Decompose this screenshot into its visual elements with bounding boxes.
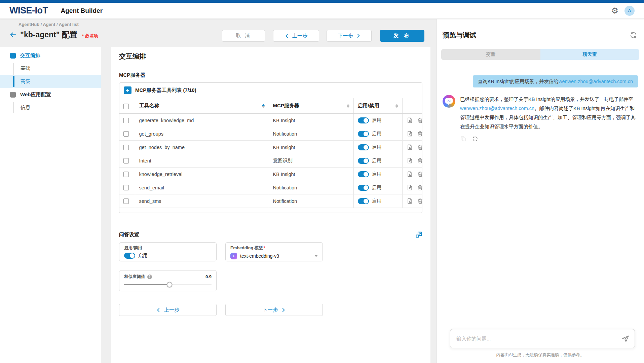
column-header-mcp-server: MCP服务器 [273,103,299,109]
tool-name-cell: knowledge_retrieval [135,168,269,181]
toggle-label: 启用 [372,198,382,204]
sidebar-item-basic[interactable]: 基础 [0,62,101,75]
sidebar-subgroup: 基础 高级 [0,62,101,88]
table-row: send_email Notification 启用 [119,181,422,194]
assistant-text-part: 已经根据您的要求，整理了关于KB Insight的应用场景，并发送了一封电子邮件… [460,97,634,102]
back-arrow-icon[interactable] [9,31,17,39]
preview-doc-icon[interactable] [407,131,413,137]
delete-icon[interactable] [417,157,423,164]
similarity-threshold-value: 0.9 [205,274,212,279]
preview-tabs: 变量 聊天室 [441,49,639,60]
email-link[interactable]: wenwen.zhou@advantech.com.cn [559,79,633,84]
row-checkbox[interactable] [123,118,129,123]
chat-input[interactable] [450,329,635,348]
mcp-server-cell: KB Insight [269,114,353,127]
help-icon[interactable]: ? [147,275,152,279]
mcp-server-cell: Notification [269,181,353,194]
preview-doc-icon[interactable] [407,144,413,150]
next-step-label: 下一步 [338,33,353,39]
left-region: AgentHub / Agent / Agent list "kb-agent"… [0,19,436,363]
prev-step-label: 上一步 [164,307,179,313]
chevron-down-icon[interactable] [314,255,318,257]
select-all-checkbox[interactable] [123,104,129,109]
qa-enable-label: 启用/禁用 [124,245,212,251]
expand-window-icon[interactable] [415,231,422,238]
copy-icon[interactable] [460,136,466,142]
enable-toggle[interactable] [358,171,369,177]
row-checkbox[interactable] [123,158,129,164]
chat-input-container [450,329,635,348]
app-header: WISE-IoT Agent Builder ⚙ A [0,3,644,19]
preview-doc-icon[interactable] [407,184,413,191]
main-panel: 交互编排 MCP服务器 + MCP服务器工具列表 (7/10) 工具名称 MCP… [111,47,430,363]
add-tool-button[interactable]: + [124,86,131,94]
toggle-label: 启用 [372,171,382,177]
prev-step-label: 上一步 [292,33,307,39]
delete-icon[interactable] [417,131,423,137]
table-row: generate_knowledge_md KB Insight 启用 [119,114,422,127]
sidebar-item-interaction-orchestration[interactable]: 交互编排 [0,49,101,62]
send-icon[interactable] [621,335,630,343]
similarity-slider[interactable] [124,284,212,285]
required-asterisk: * [264,246,265,250]
next-step-button[interactable]: 下一步 [327,30,372,42]
preview-doc-icon[interactable] [407,157,413,164]
row-checkbox[interactable] [123,145,129,150]
prev-step-button-bottom[interactable]: 上一步 [119,304,217,316]
row-checkbox[interactable] [123,131,129,137]
qa-enable-card: 启用/禁用 启用 [119,242,217,261]
cancel-button[interactable]: 取 消 [222,30,265,42]
mcp-server-label: MCP服务器 [119,72,422,78]
preview-doc-icon[interactable] [407,171,413,177]
row-checkbox[interactable] [123,172,129,177]
next-step-label: 下一步 [263,307,278,313]
refresh-icon[interactable] [630,31,637,39]
embedding-model-select[interactable]: Embedding 模型* ✦ text-embedding-v3 [225,242,323,261]
delete-icon[interactable] [417,198,423,204]
tab-variables[interactable]: 变量 [441,49,540,60]
enable-toggle[interactable] [358,158,369,164]
enable-toggle[interactable] [358,185,369,191]
avatar[interactable]: A [624,6,635,16]
delete-icon[interactable] [417,117,423,123]
sidebar-item-web-app-config[interactable]: Web应用配置 [0,88,101,101]
similarity-threshold-label: 相似度阈值 [124,274,145,280]
tab-chatroom[interactable]: 聊天室 [540,49,640,60]
preview-doc-icon[interactable] [407,198,413,204]
gear-icon[interactable]: ⚙ [611,7,618,15]
page: WISE-IoT Agent Builder ⚙ A AgentHub / Ag… [0,0,644,363]
mcp-server-cell: Notification [269,127,353,141]
delete-icon[interactable] [417,144,423,150]
user-message-text: 查询KB Insight的应用场景，并发信给 [478,79,559,84]
sort-icon[interactable] [262,104,265,108]
sidebar-item-advanced[interactable]: 高级 [0,75,101,88]
enable-toggle[interactable] [358,144,369,150]
enable-toggle[interactable] [358,131,369,137]
ai-avatar-badge: AI [445,98,453,104]
row-checkbox[interactable] [123,185,129,190]
table-row: get_nodes_by_name KB Insight 启用 [119,141,422,154]
table-row: get_groups Notification 启用 [119,127,422,141]
publish-button[interactable]: 发 布 [380,30,424,42]
prev-step-button[interactable]: 上一步 [273,30,319,42]
email-link[interactable]: wenwen.zhou@advantech.com.cn [460,106,534,111]
row-checkbox[interactable] [123,198,129,204]
toggle-label: 启用 [372,144,382,150]
preview-doc-icon[interactable] [407,117,413,123]
enable-toggle[interactable] [358,198,369,204]
enable-toggle[interactable] [358,117,369,123]
next-step-button-bottom[interactable]: 下一步 [225,304,323,316]
wise-iot-logo: WISE-IoT [9,5,48,16]
sidebar-item-info[interactable]: 信息 [0,101,101,114]
delete-icon[interactable] [417,184,423,191]
chat-message-assistant: AI 已经根据您的要求，整理了关于KB Insight的应用场景，并发送了一封电… [443,95,638,131]
embedding-model-value: text-embedding-v3 [240,253,279,259]
slider-knob[interactable] [167,282,173,288]
similarity-threshold-card: 相似度阈值 ? 0.9 [119,270,217,291]
qa-settings-row: 启用/禁用 启用 Embedding 模型* ✦ text-embedding-… [119,242,422,261]
delete-icon[interactable] [417,171,423,177]
sort-icon[interactable] [347,104,349,108]
regenerate-icon[interactable] [472,136,478,142]
qa-enable-toggle[interactable] [124,253,135,259]
sort-icon[interactable] [395,104,398,108]
